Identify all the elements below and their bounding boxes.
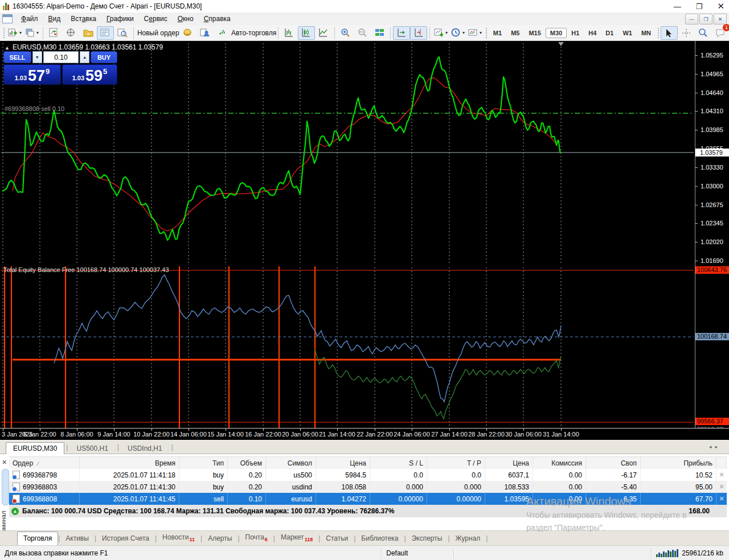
column-header-symbol[interactable]: Символ (266, 457, 316, 470)
strategy-tester-button[interactable] (114, 26, 131, 40)
periods-button[interactable]: ▾ (449, 26, 466, 40)
terminal-tab-Новости[interactable]: Новости11 (157, 531, 200, 545)
chart-shift-button[interactable] (410, 26, 427, 40)
tile-windows-button[interactable] (371, 26, 388, 40)
signals-button[interactable] (213, 26, 230, 40)
terminal-tab-Алерты[interactable]: Алерты (202, 532, 237, 545)
timeframe-D1[interactable]: D1 (601, 28, 618, 38)
terminal-tab-История Счета[interactable]: История Счета (96, 532, 155, 545)
column-header-tp[interactable]: T / P (427, 457, 485, 470)
terminal-close-icon[interactable]: ✕ (2, 459, 7, 466)
equity-indicator-plot[interactable] (1, 266, 694, 428)
navigator-button[interactable] (80, 26, 97, 40)
column-header-volume[interactable]: Объем (228, 457, 266, 470)
chart-tab-US500,H1[interactable]: US500,H1 (69, 442, 115, 454)
toolbar-drag-handle[interactable] (3, 27, 5, 39)
balance-row[interactable]: ▲ Баланс: 100 000.74 USD Средства: 100 1… (9, 505, 727, 517)
column-header-profit[interactable]: Прибыль (641, 457, 716, 470)
order-row-699368798[interactable]: 6993687982025.01.07 11:41:18buy0.20us500… (9, 469, 727, 481)
menu-item-Окно[interactable]: Окно (173, 15, 199, 23)
terminal-tab-Журнал[interactable]: Журнал (450, 532, 486, 545)
chart-header: ▲EURUSD,M30 1.03659 1.03663 1.03561 1.03… (5, 43, 163, 51)
comments-button[interactable]: 1 (712, 26, 729, 40)
data-window-button[interactable] (63, 26, 80, 40)
magnifier-button[interactable] (695, 26, 712, 40)
timeframe-H1[interactable]: H1 (567, 28, 584, 38)
chart-line-button[interactable] (315, 26, 332, 40)
menu-item-Файл[interactable]: Файл (16, 15, 43, 23)
close-order-icon[interactable]: ✕ (716, 469, 727, 481)
toolbar-drag-handle[interactable] (485, 27, 487, 39)
tab-scroll-arrows-icon[interactable]: ◂▸ (709, 444, 721, 450)
column-header-commission[interactable]: Комиссия (533, 457, 586, 470)
profile-selector[interactable]: Default (386, 549, 449, 557)
mdi-close-icon[interactable]: ✕ (714, 14, 727, 24)
restore-icon[interactable]: ❐ (696, 2, 703, 11)
chart-bars-button[interactable] (281, 26, 298, 40)
zoom-out-button[interactable] (354, 26, 371, 40)
auto-scroll-button[interactable] (393, 26, 410, 40)
terminal-scrollbar[interactable] (2, 469, 9, 505)
terminal-tab-Библиотека[interactable]: Библиотека (355, 532, 404, 545)
volume-input[interactable]: 0.10 (43, 51, 79, 63)
column-header-sl[interactable]: S / L (370, 457, 427, 470)
timeframe-H4[interactable]: H4 (584, 28, 601, 38)
cursor-button[interactable] (661, 26, 678, 40)
column-header-price[interactable]: Цена (316, 457, 370, 470)
mdi-restore-icon[interactable]: ❐ (699, 14, 712, 24)
close-order-icon[interactable]: ✕ (716, 493, 727, 505)
menu-item-Сервис[interactable]: Сервис (139, 15, 173, 23)
terminal-tab-Торговля[interactable]: Торговля (17, 532, 58, 545)
terminal-tab-Почта[interactable]: Почта6 (240, 531, 273, 545)
sell-button[interactable]: SELL (3, 51, 31, 63)
chart-tab-USDInd,H1[interactable]: USDInd,H1 (120, 442, 170, 454)
auto-trading-button[interactable]: Авто-торговля (230, 26, 276, 40)
buy-button[interactable]: BUY (91, 51, 117, 63)
toolbar-drag-handle[interactable] (657, 27, 659, 39)
timeframe-M1[interactable]: M1 (489, 28, 506, 38)
deposit-button[interactable] (179, 26, 196, 40)
order-row-699368803[interactable]: 6993688032025.01.07 11:41:30buy0.20usdin… (9, 481, 727, 493)
timeframe-M30[interactable]: M30 (546, 28, 567, 38)
mql5-community-button[interactable] (196, 26, 213, 40)
column-header-order[interactable]: Ордер∕ (9, 457, 80, 470)
column-header-time[interactable]: Время (80, 457, 179, 470)
mdi-minimize-icon[interactable]: — (685, 14, 698, 24)
close-order-icon[interactable]: ✕ (716, 481, 727, 493)
minimize-icon[interactable]: — (674, 2, 681, 11)
profiles-button[interactable]: ▾ (23, 26, 40, 40)
close-icon[interactable]: ✕ (717, 1, 724, 11)
menu-item-Графики[interactable]: Графики (101, 15, 139, 23)
column-header-swap[interactable]: Своп (586, 457, 641, 470)
menu-item-Вид[interactable]: Вид (43, 15, 66, 23)
volume-up-icon[interactable]: ▲ (80, 51, 89, 63)
templates-button[interactable]: ▾ (466, 26, 484, 40)
terminal-button[interactable] (97, 26, 114, 40)
timeframe-W1[interactable]: W1 (618, 28, 637, 38)
sell-price-box[interactable]: 1.03 57 9 (3, 64, 61, 85)
timeframe-MN[interactable]: MN (637, 28, 656, 38)
new-chart-button[interactable]: ▾ (6, 26, 23, 40)
new-order-button[interactable]: Новый ордер (136, 26, 179, 40)
menu-item-Справка[interactable]: Справка (199, 15, 236, 23)
menu-item-Вставка[interactable]: Вставка (65, 15, 101, 23)
collapse-triangle-icon[interactable]: ▲ (5, 45, 10, 51)
timeframe-M15[interactable]: M15 (524, 28, 545, 38)
market-watch-button[interactable] (46, 26, 63, 40)
zoom-in-button[interactable] (337, 26, 354, 40)
buy-price-box[interactable]: 1.03 59 5 (62, 64, 117, 85)
timeframe-M5[interactable]: M5 (506, 28, 524, 38)
date-axis-label: 27 Jan 14:00 (430, 431, 469, 438)
terminal-tab-Активы[interactable]: Активы (60, 532, 95, 545)
indicators-button[interactable]: ▾ (432, 26, 449, 40)
volume-down-icon[interactable]: ▼ (32, 51, 42, 63)
chart-candles-button[interactable] (298, 26, 315, 40)
column-header-price2[interactable]: Цена (485, 457, 533, 470)
terminal-tab-Статьи[interactable]: Статьи (320, 532, 354, 545)
crosshair-button[interactable] (678, 26, 695, 40)
order-row-699368808[interactable]: 6993688082025.01.07 11:41:45sell0.10euru… (9, 493, 727, 505)
chart-tab-EURUSD,M30[interactable]: EURUSD,M30 (6, 442, 64, 454)
column-header-type[interactable]: Тип (179, 457, 228, 470)
terminal-tab-Эксперты[interactable]: Эксперты (406, 532, 448, 545)
terminal-tab-Маркет[interactable]: Маркет118 (275, 531, 318, 545)
